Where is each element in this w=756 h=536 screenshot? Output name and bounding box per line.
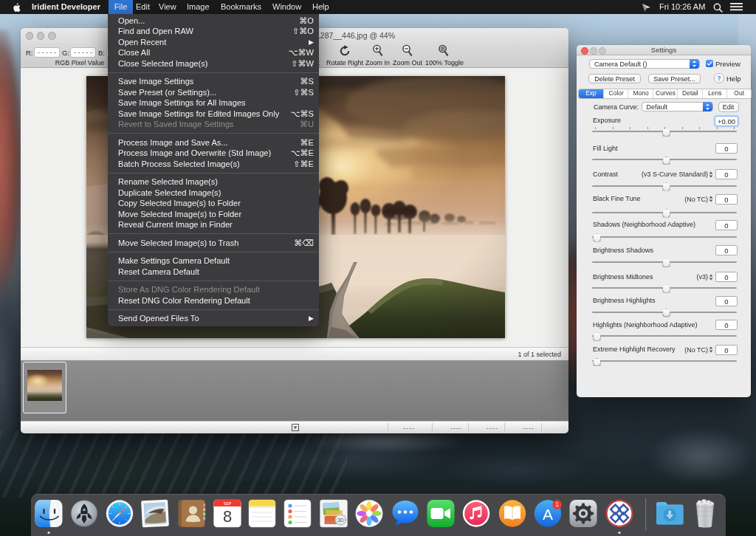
svg-text:8: 8: [223, 507, 232, 526]
svg-text:3D: 3D: [337, 518, 344, 523]
svg-text:SEP: SEP: [223, 501, 231, 506]
svg-text:1: 1: [555, 501, 559, 508]
svg-text:A: A: [543, 506, 553, 523]
